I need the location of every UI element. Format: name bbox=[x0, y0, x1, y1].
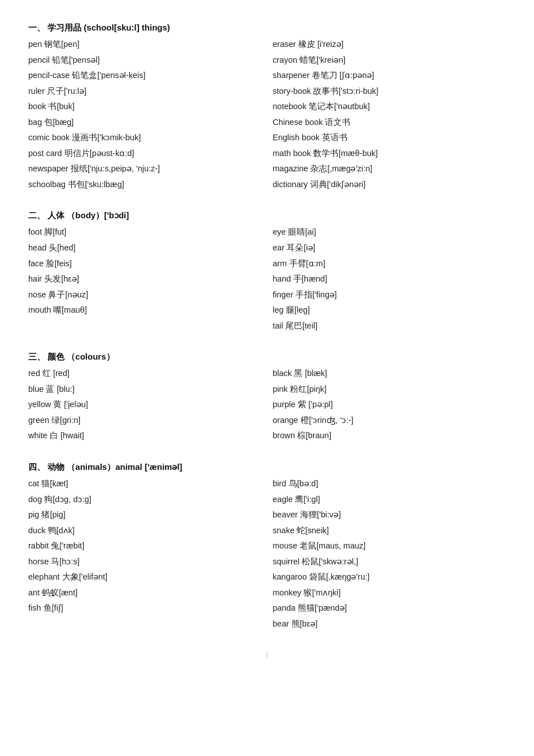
section2: 二、 人体 （body）['bɔdi]foot 脚[fut]head 头[hed… bbox=[28, 210, 506, 334]
list-item: post card 明信片[pəust-kɑ:d] bbox=[28, 146, 256, 162]
section-title-row: 一、 学习用品 (school[sku:l] things) bbox=[28, 23, 506, 37]
list-item: squirrel 松鼠['skwə:rəl,] bbox=[273, 554, 506, 570]
list-item: mouth 嘴[mauθ] bbox=[28, 303, 256, 318]
left-col: cat 猫[kæt]dog 狗[dɔg, dɔ:g]pig 猪[pig]duck… bbox=[28, 476, 267, 632]
right-col: eye 眼睛[ai]ear 耳朵[iə]arm 手臂[ɑ:m]hand 手[hæ… bbox=[267, 224, 506, 334]
list-item: leg 腿[leg] bbox=[273, 303, 506, 318]
list-item: comic book 漫画书['kɔmik-buk] bbox=[28, 130, 256, 146]
list-item: head 头[hed] bbox=[28, 240, 256, 256]
list-item: pen 钢笔[pen] bbox=[28, 37, 256, 53]
left-col: foot 脚[fut]head 头[hed]face 脸[feis]hair 头… bbox=[28, 224, 267, 334]
list-item: blue 蓝 [blu:] bbox=[28, 382, 256, 398]
list-item: brown 棕[braun] bbox=[273, 428, 506, 444]
list-item: white 白 [hwait] bbox=[28, 428, 256, 444]
section4: 四、 动物 （animals）animal ['æniməl]cat 猫[kæt… bbox=[28, 462, 506, 632]
list-item: ruler 尺子['ru:lə] bbox=[28, 84, 256, 100]
section-title: 二、 人体 （body）['bɔdi] bbox=[28, 210, 267, 221]
list-item: eye 眼睛[ai] bbox=[273, 224, 506, 240]
list-item: Chinese book 语文书 bbox=[273, 115, 506, 131]
list-item: beaver 海狸['bi:və] bbox=[273, 507, 506, 523]
list-item: eraser 橡皮 [i'reizə] bbox=[273, 37, 506, 53]
list-item: sharpener 卷笔刀 [ʃɑ:pənə] bbox=[273, 68, 506, 84]
list-item: monkey 猴['mʌŋki] bbox=[273, 585, 506, 601]
words-row: red 红 [red]blue 蓝 [blu:]yellow 黄 ['jelǝu… bbox=[28, 366, 506, 444]
words-row: pen 钢笔[pen]pencil 铅笔['pensəl]pencil-case… bbox=[28, 37, 506, 192]
list-item: crayon 蜡笔['kreiən] bbox=[273, 53, 506, 68]
section-title-row: 四、 动物 （animals）animal ['æniməl] bbox=[28, 462, 506, 476]
section-title-row: 三、 颜色 （colours） bbox=[28, 352, 506, 366]
list-item: face 脸[feis] bbox=[28, 256, 256, 272]
words-row: cat 猫[kæt]dog 狗[dɔg, dɔ:g]pig 猪[pig]duck… bbox=[28, 476, 506, 632]
section-title: 一、 学习用品 (school[sku:l] things) bbox=[28, 23, 267, 33]
list-item: ant 蚂蚁[ænt] bbox=[28, 585, 256, 601]
list-item: newspaper 报纸['nju:s,peipə, 'nju:z-] bbox=[28, 161, 256, 177]
list-item: pig 猪[pig] bbox=[28, 507, 256, 523]
list-item: rabbit 兔['ræbit] bbox=[28, 538, 256, 554]
section-title: 四、 动物 （animals）animal ['æniməl] bbox=[28, 462, 267, 473]
left-col: pen 钢笔[pen]pencil 铅笔['pensəl]pencil-case… bbox=[28, 37, 267, 192]
section3: 三、 颜色 （colours）red 红 [red]blue 蓝 [blu:]y… bbox=[28, 352, 506, 444]
list-item: pencil-case 铅笔盒['pensəl-keis] bbox=[28, 68, 256, 84]
list-item: duck 鸭[dʌk] bbox=[28, 523, 256, 539]
list-item: dog 狗[dɔg, dɔ:g] bbox=[28, 492, 256, 508]
app-container: 一、 学习用品 (school[sku:l] things)pen 钢笔[pen… bbox=[28, 23, 506, 632]
list-item: green 绿[gri:n] bbox=[28, 413, 256, 429]
list-item: nose 鼻子[nəuz] bbox=[28, 287, 256, 303]
list-item: story-book 故事书['stɔ:ri-buk] bbox=[273, 84, 506, 100]
list-item: fish 鱼[fiʃ] bbox=[28, 601, 256, 616]
list-item: bird 鸟[bə:d] bbox=[273, 476, 506, 492]
list-item: English book 英语书 bbox=[273, 130, 506, 146]
list-item: pencil 铅笔['pensəl] bbox=[28, 53, 256, 68]
list-item: hair 头发[hεə] bbox=[28, 271, 256, 287]
section1: 一、 学习用品 (school[sku:l] things)pen 钢笔[pen… bbox=[28, 23, 506, 192]
list-item: orange 橙['ɔrinʤ, 'ɔ:-] bbox=[273, 413, 506, 429]
list-item: mouse 老鼠[maus, mauz] bbox=[273, 538, 506, 554]
section-title: 三、 颜色 （colours） bbox=[28, 352, 267, 362]
list-item: red 红 [red] bbox=[28, 366, 256, 382]
list-item: magazine 杂志[,mægə'zi:n] bbox=[273, 161, 506, 177]
list-item: math book 数学书[mæθ-buk] bbox=[273, 146, 506, 162]
list-item: bag 包[bæg] bbox=[28, 115, 256, 131]
list-item: dictionary 词典['dikʃənəri] bbox=[273, 177, 506, 193]
right-col: eraser 橡皮 [i'reizə]crayon 蜡笔['kreiən]sha… bbox=[267, 37, 506, 192]
list-item: ear 耳朵[iə] bbox=[273, 240, 506, 256]
right-col: black 黑 [blæk]pink 粉红[piŋk]purple 紫 ['pə… bbox=[267, 366, 506, 444]
list-item: arm 手臂[ɑ:m] bbox=[273, 256, 506, 272]
list-item: horse 马[hɔ:s] bbox=[28, 554, 256, 570]
list-item: pink 粉红[piŋk] bbox=[273, 382, 506, 398]
list-item: finger 手指['fingə] bbox=[273, 287, 506, 303]
list-item: snake 蛇[sneik] bbox=[273, 523, 506, 539]
list-item: yellow 黄 ['jelǝu] bbox=[28, 397, 256, 413]
left-col: red 红 [red]blue 蓝 [blu:]yellow 黄 ['jelǝu… bbox=[28, 366, 267, 444]
list-item: hand 手[hænd] bbox=[273, 271, 506, 287]
footer: | bbox=[28, 650, 506, 659]
list-item: foot 脚[fut] bbox=[28, 224, 256, 240]
list-item: kangaroo 袋鼠[,kæŋgə'ru:] bbox=[273, 569, 506, 585]
words-row: foot 脚[fut]head 头[hed]face 脸[feis]hair 头… bbox=[28, 224, 506, 334]
list-item: cat 猫[kæt] bbox=[28, 476, 256, 492]
list-item: black 黑 [blæk] bbox=[273, 366, 506, 382]
list-item: bear 熊[bεə] bbox=[273, 616, 506, 632]
list-item: purple 紫 ['pə:pl] bbox=[273, 397, 506, 413]
list-item: schoolbag 书包['sku:lbæg] bbox=[28, 177, 256, 193]
list-item: notebook 笔记本['nəutbuk] bbox=[273, 99, 506, 115]
list-item: book 书[buk] bbox=[28, 99, 256, 115]
list-item: panda 熊猫['pændə] bbox=[273, 601, 506, 616]
section-title-row: 二、 人体 （body）['bɔdi] bbox=[28, 210, 506, 224]
list-item: eagle 鹰['i:gl] bbox=[273, 492, 506, 508]
list-item: tail 尾巴[teil] bbox=[273, 318, 506, 334]
list-item: elephant 大象['elifənt] bbox=[28, 569, 256, 585]
right-col: bird 鸟[bə:d]eagle 鹰['i:gl]beaver 海狸['bi:… bbox=[267, 476, 506, 632]
